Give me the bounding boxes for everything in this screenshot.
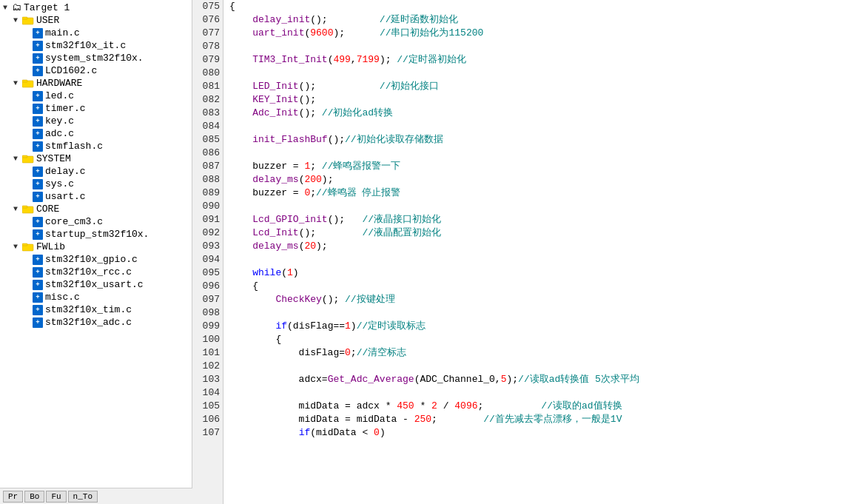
expand-arrow[interactable]: ▼ — [13, 205, 22, 213]
toolbar-btn-2[interactable]: Fu — [46, 491, 66, 503]
tree-item-lcd1602[interactable]: +LCD1602.c — [0, 64, 192, 77]
line-numbers: 0750760770780790800810820830840850860870… — [192, 0, 223, 504]
cfile-icon: + — [33, 179, 43, 189]
line-number: 084 — [192, 120, 223, 133]
tree-item-usart_c[interactable]: +usart.c — [0, 190, 192, 203]
line-number: 104 — [192, 386, 223, 400]
code-line — [229, 120, 854, 133]
expand-arrow[interactable]: ▼ — [3, 4, 12, 12]
line-number: 106 — [192, 413, 223, 426]
code-line: midData = midData - 250; //首先减去零点漂移，一般是1… — [229, 413, 854, 426]
code-line — [229, 67, 854, 80]
tree-item-stm32usart[interactable]: +stm32f10x_usart.c — [0, 278, 192, 291]
tree-item-misc_c[interactable]: +misc.c — [0, 291, 192, 303]
svg-rect-7 — [22, 206, 27, 208]
cfile-icon: + — [33, 41, 43, 51]
code-line: if(midData < 0) — [229, 426, 854, 440]
tree-item-user[interactable]: ▼USER — [0, 14, 192, 27]
tree-label: startup_stm32f10x. — [45, 229, 149, 240]
tree-item-main_c[interactable]: +main.c — [0, 27, 192, 39]
tree-item-core_cm3[interactable]: +core_cm3.c — [0, 215, 192, 228]
tree-item-startup_stm32[interactable]: +startup_stm32f10x. — [0, 228, 192, 241]
tree-label: core_cm3.c — [45, 216, 103, 227]
tree-item-delay_c[interactable]: +delay.c — [0, 165, 192, 178]
bottom-toolbar: PrBoFun_To — [0, 488, 192, 504]
code-line: while(1) — [229, 266, 854, 280]
tree-label: SYSTEM — [36, 153, 71, 164]
code-line — [229, 253, 854, 266]
cfile-icon: + — [33, 167, 43, 177]
folder-icon — [22, 204, 34, 215]
cfile-icon: + — [33, 116, 43, 127]
code-line — [229, 306, 854, 320]
code-line: KEY_Init(); — [229, 93, 854, 107]
tree-item-stm32gpio[interactable]: +stm32f10x_gpio.c — [0, 253, 192, 266]
expand-arrow[interactable]: ▼ — [13, 243, 22, 251]
code-line: TIM3_Int_Init(499,7199); //定时器初始化 — [229, 53, 854, 67]
tree-item-stm32tim[interactable]: +stm32f10x_tim.c — [0, 303, 192, 316]
tree-label: timer.c — [45, 103, 86, 114]
code-line: delay_ms(200); — [229, 173, 854, 187]
line-number: 078 — [192, 40, 223, 53]
tree-item-core[interactable]: ▼CORE — [0, 203, 192, 215]
line-number: 079 — [192, 53, 223, 67]
code-line — [229, 360, 854, 373]
code-line: uart_init(9600); //串口初始化为115200 — [229, 27, 854, 40]
cfile-icon: + — [33, 192, 43, 202]
tree-item-system_stm32[interactable]: +system_stm32f10x. — [0, 52, 192, 64]
tree-item-system_g[interactable]: ▼SYSTEM — [0, 152, 192, 165]
code-line: { — [229, 0, 854, 13]
tree-item-stm32adc[interactable]: +stm32f10x_adc.c — [0, 316, 192, 329]
tree-item-stm32f10x_it[interactable]: +stm32f10x_it.c — [0, 39, 192, 52]
line-number: 105 — [192, 400, 223, 413]
toolbar-btn-0[interactable]: Pr — [3, 491, 23, 503]
code-line: if(disFlag==1)//定时读取标志 — [229, 320, 854, 333]
code-editor[interactable]: 0750760770780790800810820830840850860870… — [192, 0, 854, 504]
code-line: Lcd_Init(); //液晶配置初始化 — [229, 226, 854, 240]
cfile-icon: + — [33, 129, 43, 139]
tree-item-adc_c[interactable]: +adc.c — [0, 127, 192, 140]
tree-item-sys_c[interactable]: +sys.c — [0, 178, 192, 190]
tree-label: adc.c — [45, 128, 74, 139]
tree-label: USER — [36, 15, 59, 26]
line-number: 100 — [192, 333, 223, 346]
svg-rect-3 — [22, 80, 27, 82]
tree-label: stm32f10x_tim.c — [45, 304, 132, 315]
cfile-icon: + — [33, 28, 43, 38]
code-line — [229, 40, 854, 53]
expand-arrow[interactable]: ▼ — [13, 16, 22, 24]
cfile-icon: + — [33, 280, 43, 290]
code-line: { — [229, 333, 854, 346]
svg-rect-5 — [22, 155, 27, 158]
line-number: 088 — [192, 173, 223, 187]
tree-item-stm32rcc[interactable]: +stm32f10x_rcc.c — [0, 266, 192, 278]
file-tree[interactable]: ▼🗂Target 1▼USER+main.c+stm32f10x_it.c+sy… — [0, 0, 192, 504]
cfile-icon: + — [33, 317, 43, 328]
line-number: 077 — [192, 27, 223, 40]
code-line: { — [229, 280, 854, 293]
tree-item-stmflash_c[interactable]: +stmflash.c — [0, 140, 192, 152]
toolbar-btn-1[interactable]: Bo — [24, 491, 44, 503]
tree-item-fwlib[interactable]: ▼FWLib — [0, 241, 192, 253]
expand-arrow[interactable]: ▼ — [13, 79, 22, 87]
line-number: 096 — [192, 280, 223, 293]
line-number: 087 — [192, 160, 223, 173]
tree-item-target1[interactable]: ▼🗂Target 1 — [0, 1, 192, 14]
tree-item-hardware[interactable]: ▼HARDWARE — [0, 77, 192, 90]
tree-label: stm32f10x_rcc.c — [45, 266, 132, 278]
tree-label: key.c — [45, 115, 74, 127]
tree-item-key_c[interactable]: +key.c — [0, 115, 192, 127]
line-number: 103 — [192, 373, 223, 386]
toolbar-btn-3[interactable]: n_To — [68, 491, 98, 503]
code-line: midData = adcx * 450 * 2 / 4096; //读取的ad… — [229, 400, 854, 413]
code-line: buzzer = 1; //蜂鸣器报警一下 — [229, 160, 854, 173]
line-number: 081 — [192, 80, 223, 93]
tree-item-led_c[interactable]: +led.c — [0, 90, 192, 102]
line-number: 094 — [192, 253, 223, 266]
expand-arrow[interactable]: ▼ — [13, 155, 22, 163]
line-number: 092 — [192, 226, 223, 240]
tree-item-timer_c[interactable]: +timer.c — [0, 102, 192, 115]
code-area: 0750760770780790800810820830840850860870… — [192, 0, 854, 504]
tree-label: CORE — [36, 204, 59, 215]
line-number: 093 — [192, 240, 223, 253]
